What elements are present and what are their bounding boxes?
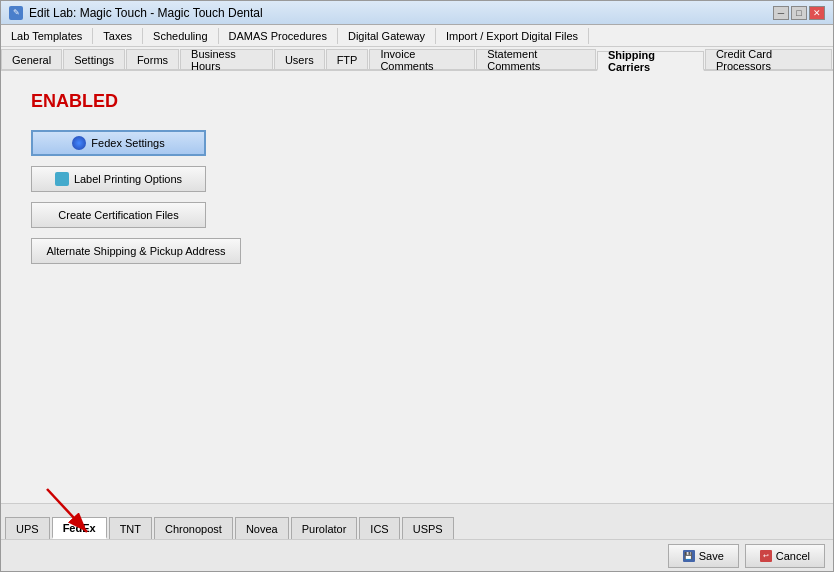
tab-shipping-carriers[interactable]: Shipping Carriers [597,51,704,71]
bottom-tab-purolator[interactable]: Purolator [291,517,358,539]
tab-statement-comments[interactable]: Statement Comments [476,49,596,69]
bottom-tab-usps[interactable]: USPS [402,517,454,539]
tab-invoice-comments[interactable]: Invoice Comments [369,49,475,69]
menu-item-digital-gateway[interactable]: Digital Gateway [338,28,436,44]
create-certification-label: Create Certification Files [58,209,178,221]
alternate-shipping-label: Alternate Shipping & Pickup Address [46,245,225,257]
tabs-row: General Settings Forms Business Hours Us… [1,47,833,71]
footer-bar: 💾 Save ↩ Cancel [1,539,833,571]
title-bar-left: ✎ Edit Lab: Magic Touch - Magic Touch De… [9,6,263,20]
cancel-icon: ↩ [760,550,772,562]
fedex-settings-button[interactable]: Fedex Settings [31,130,206,156]
menu-item-lab-templates[interactable]: Lab Templates [1,28,93,44]
title-bar-controls: ─ □ ✕ [773,6,825,20]
menu-item-import-export[interactable]: Import / Export Digital Files [436,28,589,44]
status-enabled-label: ENABLED [31,91,803,112]
fedex-settings-label: Fedex Settings [91,137,164,149]
label-printing-label: Label Printing Options [74,173,182,185]
tab-users[interactable]: Users [274,49,325,69]
main-window: ✎ Edit Lab: Magic Touch - Magic Touch De… [0,0,834,572]
cancel-label: Cancel [776,550,810,562]
menu-item-scheduling[interactable]: Scheduling [143,28,218,44]
menu-row1: Lab Templates Taxes Scheduling DAMAS Pro… [1,25,833,47]
maximize-button[interactable]: □ [791,6,807,20]
main-panel: ENABLED Fedex Settings Label Printing Op… [1,71,833,503]
tab-settings[interactable]: Settings [63,49,125,69]
title-bar: ✎ Edit Lab: Magic Touch - Magic Touch De… [1,1,833,25]
tab-forms[interactable]: Forms [126,49,179,69]
menu-item-taxes[interactable]: Taxes [93,28,143,44]
menu-item-damas[interactable]: DAMAS Procedures [219,28,338,44]
tab-business-hours[interactable]: Business Hours [180,49,273,69]
save-button[interactable]: 💾 Save [668,544,739,568]
bottom-tab-novea[interactable]: Novea [235,517,289,539]
close-button[interactable]: ✕ [809,6,825,20]
content-area: ENABLED Fedex Settings Label Printing Op… [1,71,833,539]
cancel-button[interactable]: ↩ Cancel [745,544,825,568]
fedex-icon [72,136,86,150]
save-icon: 💾 [683,550,695,562]
app-icon: ✎ [9,6,23,20]
minimize-button[interactable]: ─ [773,6,789,20]
tab-credit-card-processors[interactable]: Credit Card Processors [705,49,832,69]
bottom-tabs-area: UPS FedEx TNT Chronopost Novea Purolator… [1,503,833,539]
alternate-shipping-button[interactable]: Alternate Shipping & Pickup Address [31,238,241,264]
bottom-tab-chronopost[interactable]: Chronopost [154,517,233,539]
save-label: Save [699,550,724,562]
tab-general[interactable]: General [1,49,62,69]
bottom-tab-fedex[interactable]: FedEx [52,517,107,539]
label-print-icon [55,172,69,186]
create-certification-button[interactable]: Create Certification Files [31,202,206,228]
tab-ftp[interactable]: FTP [326,49,369,69]
label-printing-button[interactable]: Label Printing Options [31,166,206,192]
bottom-tab-tnt[interactable]: TNT [109,517,152,539]
bottom-tab-ics[interactable]: ICS [359,517,399,539]
window-title: Edit Lab: Magic Touch - Magic Touch Dent… [29,6,263,20]
bottom-tab-ups[interactable]: UPS [5,517,50,539]
